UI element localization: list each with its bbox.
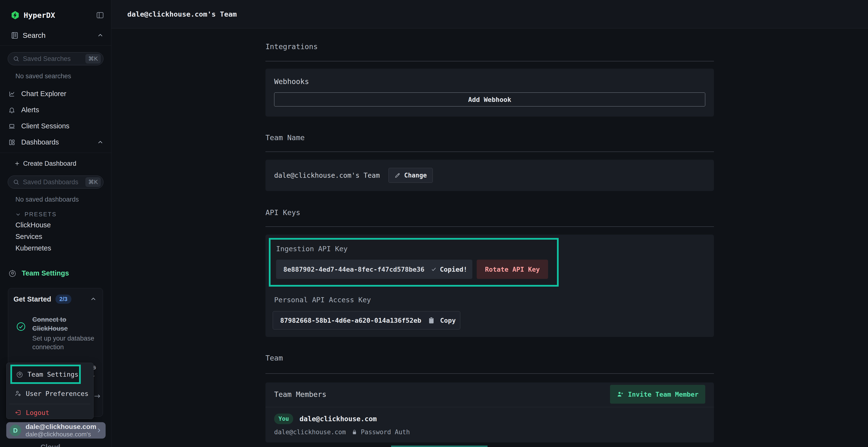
team-card: Team Members Invite Team Member You dale… [266,382,714,442]
search-icon [13,179,20,185]
bell-icon [8,106,16,114]
clipboard-icon [428,317,435,324]
invite-team-member-button[interactable]: Invite Team Member [610,385,705,404]
chevron-right-icon [95,427,102,434]
sidebar-item-label: Alerts [21,106,104,114]
section-title-integrations: Integrations [266,42,714,51]
ingestion-key-chip[interactable]: 8e887902-4ed7-44ea-8fec-f47cd578be36 Cop… [276,260,472,279]
webhooks-title: Webhooks [274,77,705,86]
section-divider [266,373,714,374]
saved-dashboards-search[interactable]: ⌘K [8,176,103,188]
sidebar-nav: Chart Explorer Alerts Client Sessions Da… [0,86,111,150]
lock-icon [351,429,357,435]
invite-button-label: Invite Team Member [628,391,699,398]
search-section-header[interactable]: Search [0,29,111,41]
presets-toggle[interactable]: PRESETS [0,209,111,219]
avatar: D [10,424,21,436]
plus-icon [14,161,20,167]
page-title: dale@clickhouse.com's Team [127,10,237,18]
sidebar-item-label: Dashboards [21,138,97,146]
add-webhook-button[interactable]: Add Webhook [274,93,705,106]
app-title: HyperDX [24,11,96,20]
sidebar-item-chart-explorer[interactable]: Chart Explorer [0,86,111,102]
rotate-api-key-button[interactable]: Rotate API Key [477,260,548,279]
check-icon [431,266,437,272]
preset-item-services[interactable]: Services [0,231,111,242]
section-title-team: Team [266,354,714,362]
sidebar-item-label: Client Sessions [21,122,104,130]
copy-button-label: Copy [440,317,456,324]
ingestion-key-label: Ingestion API Key [276,245,551,253]
logo-row: HyperDX [0,0,111,20]
change-team-name-button[interactable]: Change [389,168,433,183]
section-divider [266,151,714,152]
menu-item-label: Logout [26,409,50,416]
personal-key-label: Personal API Access Key [274,296,705,304]
sidebar: HyperDX Search ⌘K No saved searches Char… [0,0,112,447]
sidebar-item-team-settings[interactable]: Team Settings [0,266,111,280]
section-divider [266,61,714,61]
chevron-up-icon[interactable] [97,32,104,39]
progress-badge: 2/3 [56,295,71,304]
search-section-label: Search [23,31,97,39]
no-saved-searches-note: No saved searches [0,72,111,80]
menu-item-team-settings[interactable]: Team Settings [12,366,79,382]
user-gear-icon [15,390,22,397]
personal-key-chip[interactable]: 87982668-58b1-4d6e-a620-014a136f52eb Cop… [273,311,460,330]
shortcut-badge: ⌘K [85,177,101,187]
team-settings-label: Team Settings [22,269,69,277]
menu-item-label: User Preferences [26,390,89,398]
hyperdx-logo-icon [10,10,20,20]
chevron-down-icon [15,211,21,217]
annotation-box-team-settings: Team Settings [10,365,81,384]
main-area: dale@clickhouse.com's Team Integrations … [112,0,868,447]
preset-item-clickhouse[interactable]: ClickHouse [0,219,111,231]
webhooks-card: Webhooks Add Webhook [266,69,714,116]
team-name-value: dale@clickhouse.com's Team [274,171,380,179]
gear-icon [9,269,17,277]
page-header: dale@clickhouse.com's Team [112,0,868,28]
copied-indicator: Copied! [431,266,467,273]
check-circle-icon [16,321,26,332]
get-started-title: Get Started [13,295,51,303]
create-dashboard-button[interactable]: Create Dashboard [0,157,111,170]
sidebar-item-alerts[interactable]: Alerts [0,102,111,118]
search-icon [13,56,20,62]
ingestion-key-value: 8e887902-4ed7-44ea-8fec-f47cd578be36 [283,266,424,273]
saved-searches-input[interactable] [23,55,85,63]
annotation-box-partial [391,446,488,447]
sidebar-item-client-sessions[interactable]: Client Sessions [0,118,111,134]
chevron-up-icon[interactable] [90,296,97,303]
menu-item-user-preferences[interactable]: User Preferences [10,387,90,400]
pencil-icon [395,172,401,178]
preset-item-kubernetes[interactable]: Kubernetes [0,242,111,254]
member-email: dale@clickhouse.com [300,415,377,423]
task-subtitle: Set up your database connection [32,334,97,351]
user-team-name: dale@clickhouse.com's [26,431,95,438]
saved-searches-search[interactable]: ⌘K [8,52,103,65]
saved-dashboards-input[interactable] [23,178,85,186]
gear-icon [17,371,23,378]
you-badge: You [274,414,293,424]
user-account-chip[interactable]: D dale@clickhouse.com dale@clickhouse.co… [6,422,105,439]
section-divider [266,227,714,227]
get-started-item-connect[interactable]: Connect to ClickHouse Set up your databa… [13,315,97,351]
get-started-header[interactable]: Get Started 2/3 [13,295,97,304]
section-title-api-keys: API Keys [266,208,714,217]
journal-icon [10,31,19,39]
collapse-sidebar-icon[interactable] [96,11,104,20]
shortcut-badge: ⌘K [85,54,101,64]
chevron-up-icon[interactable] [97,139,104,146]
api-keys-card: Ingestion API Key 8e887902-4ed7-44ea-8fe… [266,235,714,337]
team-members-header: Team Members Invite Team Member [266,382,714,407]
team-name-card: dale@clickhouse.com's Team Change [266,160,714,191]
user-plus-icon [617,391,624,398]
arrow-right-icon [93,392,101,400]
menu-divider [9,404,90,404]
menu-item-logout[interactable]: Logout [10,407,90,418]
chart-line-icon [8,90,16,98]
sidebar-item-dashboards[interactable]: Dashboards [0,134,111,150]
copied-label: Copied! [440,266,467,273]
create-dashboard-label: Create Dashboard [23,160,76,167]
section-title-team-name: Team Name [266,133,714,142]
